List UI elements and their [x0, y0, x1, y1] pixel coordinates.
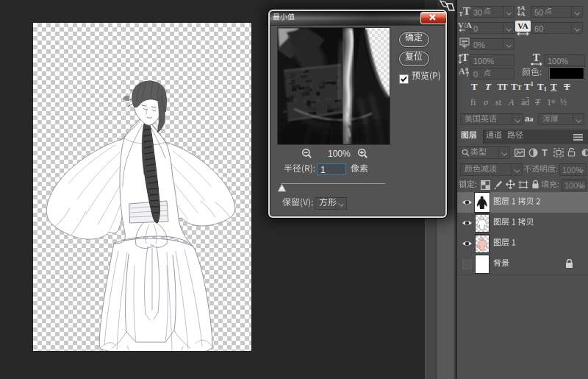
svg-text:A: A — [520, 10, 526, 18]
